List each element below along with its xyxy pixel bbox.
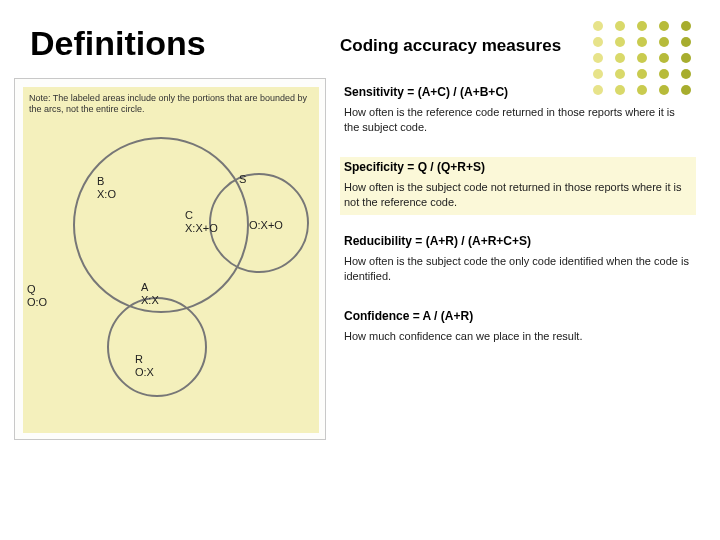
- measure-formula: Specificity = Q / (Q+R+S): [340, 157, 696, 177]
- measure-reducibility: Reducibility = (A+R) / (A+R+C+S) How oft…: [340, 231, 696, 290]
- svg-point-15: [659, 21, 669, 31]
- page-title: Definitions: [30, 24, 206, 63]
- venn-diagram-bg: Note: The labeled areas include only the…: [23, 87, 319, 433]
- venn-circle-bottom: [107, 297, 207, 397]
- svg-point-22: [681, 53, 691, 63]
- svg-point-0: [593, 21, 603, 31]
- venn-diagram: B X:O C X:X+O S O:X+O Q O:O A X:X R O:X: [23, 129, 319, 429]
- region-label-c: C X:X+O: [185, 209, 218, 235]
- region-label-o: O:X+O: [249, 219, 283, 232]
- svg-point-11: [637, 37, 647, 47]
- svg-point-12: [637, 53, 647, 63]
- region-label-s: S: [239, 173, 246, 186]
- svg-point-16: [659, 37, 669, 47]
- svg-point-3: [593, 69, 603, 79]
- svg-point-6: [615, 37, 625, 47]
- svg-point-2: [593, 53, 603, 63]
- svg-point-5: [615, 21, 625, 31]
- venn-diagram-panel: Note: The labeled areas include only the…: [14, 78, 326, 440]
- svg-point-21: [681, 37, 691, 47]
- region-label-q: Q O:O: [27, 283, 47, 309]
- svg-point-13: [637, 69, 647, 79]
- page-subtitle: Coding accuracy measures: [340, 36, 561, 56]
- svg-point-20: [681, 21, 691, 31]
- measure-confidence: Confidence = A / (A+R) How much confiden…: [340, 306, 696, 350]
- region-label-r: R O:X: [135, 353, 154, 379]
- diagram-note: Note: The labeled areas include only the…: [29, 93, 313, 116]
- measure-desc: How much confidence can we place in the …: [340, 326, 696, 350]
- region-label-a: A X:X: [141, 281, 159, 307]
- svg-point-17: [659, 53, 669, 63]
- measure-formula: Reducibility = (A+R) / (A+R+C+S): [340, 231, 696, 251]
- measure-desc: How often is the subject code the only c…: [340, 251, 696, 290]
- svg-point-10: [637, 21, 647, 31]
- measure-specificity: Specificity = Q / (Q+R+S) How often is t…: [340, 157, 696, 216]
- region-label-b: B X:O: [97, 175, 116, 201]
- measure-formula: Sensitivity = (A+C) / (A+B+C): [340, 82, 696, 102]
- svg-point-8: [615, 69, 625, 79]
- svg-point-7: [615, 53, 625, 63]
- svg-point-1: [593, 37, 603, 47]
- measure-desc: How often is the reference code returned…: [340, 102, 696, 141]
- definitions-column: Sensitivity = (A+C) / (A+B+C) How often …: [340, 82, 696, 366]
- svg-point-18: [659, 69, 669, 79]
- measure-desc: How often is the subject code not return…: [340, 177, 696, 216]
- svg-point-23: [681, 69, 691, 79]
- measure-sensitivity: Sensitivity = (A+C) / (A+B+C) How often …: [340, 82, 696, 141]
- measure-formula: Confidence = A / (A+R): [340, 306, 696, 326]
